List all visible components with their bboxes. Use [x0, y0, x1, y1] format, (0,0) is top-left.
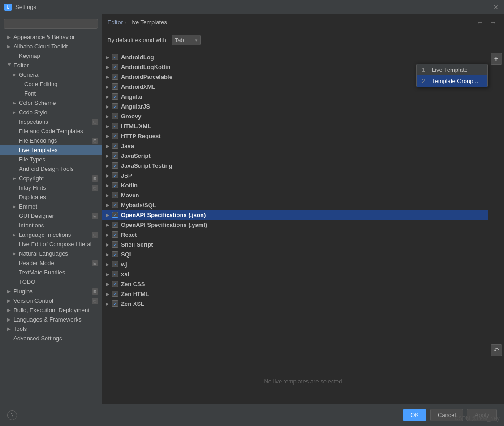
template-row[interactable]: ▶ ✓ AngularJS [102, 101, 488, 111]
sidebar-item-reader-mode[interactable]: Reader Mode ⊞ [0, 258, 102, 268]
sidebar-item-live-edit[interactable]: Live Edit of Compose Literal [0, 239, 102, 249]
row-checkbox[interactable]: ✓ [112, 113, 118, 119]
template-row-selected[interactable]: ▶ ✓ OpenAPI Specifications (.json) [102, 210, 488, 220]
sidebar-item-label: Emmet [19, 203, 98, 210]
template-row[interactable]: ▶ ✓ HTML/XML [102, 121, 488, 131]
template-detail: No live templates are selected [102, 359, 504, 404]
sidebar-item-appearance[interactable]: ▶ Appearance & Behavior [0, 32, 102, 42]
template-row[interactable]: ▶ ✓ wj [102, 259, 488, 269]
row-checkbox[interactable]: ✓ [112, 192, 118, 198]
sidebar-item-intentions[interactable]: Intentions [0, 221, 102, 230]
template-row[interactable]: ▶ ✓ AndroidLog [102, 52, 488, 62]
row-checkbox[interactable]: ✓ [112, 202, 118, 208]
row-checkbox[interactable]: ✓ [112, 241, 118, 248]
row-checkbox[interactable]: ✓ [112, 261, 118, 267]
row-checkbox[interactable]: ✓ [112, 172, 118, 178]
revert-button[interactable]: ↶ [491, 344, 502, 356]
sidebar-item-file-code-templates[interactable]: File and Code Templates [0, 126, 102, 136]
add-button[interactable]: + [491, 53, 502, 65]
sidebar-item-copyright[interactable]: ▶ Copyright ⊞ [0, 174, 102, 183]
close-button[interactable]: ✕ [492, 4, 500, 11]
sidebar-item-emmet[interactable]: ▶ Emmet [0, 202, 102, 211]
row-name: Kotlin [121, 182, 138, 189]
sidebar-item-keymap[interactable]: Keymap [0, 51, 102, 61]
breadcrumb-bar: Editor › Live Templates ← → [102, 14, 504, 30]
row-checkbox[interactable]: ✓ [112, 83, 118, 90]
template-row[interactable]: ▶ ✓ HTTP Request [102, 131, 488, 141]
dropdown-item-live-template[interactable]: 1 Live Template [417, 64, 487, 75]
arrow-icon: ▶ [7, 308, 12, 313]
sidebar-item-android-design-tools[interactable]: Android Design Tools [0, 164, 102, 174]
ok-button[interactable]: OK [403, 409, 426, 421]
row-checkbox[interactable]: ✓ [112, 133, 118, 139]
row-checkbox[interactable]: ✓ [112, 162, 118, 169]
row-checkbox[interactable]: ✓ [112, 212, 118, 218]
sidebar-item-plugins[interactable]: ▶ Plugins ⊞ [0, 287, 102, 296]
sidebar-item-duplicates[interactable]: Duplicates [0, 192, 102, 202]
nav-forward-button[interactable]: → [488, 17, 499, 27]
row-checkbox[interactable]: ✓ [112, 103, 118, 109]
sidebar-item-color-scheme[interactable]: ▶ Color Scheme [0, 98, 102, 108]
row-checkbox[interactable]: ✓ [112, 93, 118, 100]
sidebar-item-inspections[interactable]: Inspections ⊞ [0, 117, 102, 126]
row-checkbox[interactable]: ✓ [112, 182, 118, 188]
template-row[interactable]: ▶ ✓ SQL [102, 249, 488, 259]
template-row[interactable]: ▶ ✓ Zen XSL [102, 299, 488, 309]
row-checkbox[interactable]: ✓ [112, 281, 118, 287]
dropdown-item-template-group[interactable]: 2 Template Group... [417, 75, 487, 87]
template-row[interactable]: ▶ ✓ Zen CSS [102, 279, 488, 289]
row-checkbox[interactable]: ✓ [112, 123, 118, 129]
sidebar-item-code-style[interactable]: ▶ Code Style [0, 108, 102, 117]
sidebar-item-general[interactable]: ▶ General [0, 70, 102, 79]
sidebar-item-editor[interactable]: ▶ Editor [0, 61, 102, 70]
template-row[interactable]: ▶ ✓ JSP [102, 170, 488, 180]
template-row[interactable]: ▶ ✓ JavaScript [102, 151, 488, 161]
template-row[interactable]: ▶ ✓ JavaScript Testing [102, 161, 488, 170]
list-actions: + ↶ 1 Live Template 2 Template Group... [488, 50, 504, 359]
row-checkbox[interactable]: ✓ [112, 271, 118, 277]
sidebar-item-language-injections[interactable]: ▶ Language Injections ⊞ [0, 230, 102, 239]
sidebar-item-file-encodings[interactable]: File Encodings ⊞ [0, 136, 102, 145]
sidebar-item-build-exec[interactable]: ▶ Build, Execution, Deployment [0, 305, 102, 315]
template-row[interactable]: ▶ ✓ Kotlin [102, 180, 488, 190]
template-row[interactable]: ▶ ✓ Maven [102, 190, 488, 200]
template-row[interactable]: ▶ ✓ Mybatis/SQL [102, 200, 488, 210]
sidebar-item-natural-languages[interactable]: ▶ Natural Languages [0, 249, 102, 258]
sidebar-item-gui-designer[interactable]: GUI Designer ⊞ [0, 211, 102, 221]
row-checkbox[interactable]: ✓ [112, 231, 118, 238]
template-row[interactable]: ▶ ✓ Groovy [102, 111, 488, 121]
sidebar-item-todo[interactable]: TODO [0, 277, 102, 287]
sidebar-item-textmate[interactable]: TextMate Bundles [0, 268, 102, 277]
row-checkbox[interactable]: ✓ [112, 143, 118, 149]
row-checkbox[interactable]: ✓ [112, 152, 118, 159]
template-row[interactable]: ▶ ✓ xsl [102, 269, 488, 279]
sidebar-item-live-templates[interactable]: Live Templates [0, 145, 102, 155]
template-row[interactable]: ▶ ✓ Shell Script [102, 239, 488, 249]
template-row[interactable]: ▶ ✓ Java [102, 141, 488, 151]
help-button[interactable]: ? [7, 410, 17, 420]
row-checkbox[interactable]: ✓ [112, 54, 118, 60]
sidebar-item-tools[interactable]: ▶ Tools [0, 324, 102, 334]
nav-back-button[interactable]: ← [474, 17, 485, 27]
row-checkbox[interactable]: ✓ [112, 64, 118, 70]
template-row[interactable]: ▶ ✓ React [102, 230, 488, 239]
sidebar-item-font[interactable]: Font [0, 89, 102, 98]
sidebar-item-version-control[interactable]: ▶ Version Control ⊞ [0, 296, 102, 305]
sidebar-item-languages-frameworks[interactable]: ▶ Languages & Frameworks [0, 315, 102, 324]
row-checkbox[interactable]: ✓ [112, 300, 118, 307]
template-row[interactable]: ▶ ✓ Zen HTML [102, 289, 488, 299]
sidebar-item-alibaba[interactable]: ▶ Alibaba Cloud Toolkit [0, 42, 102, 51]
expand-select[interactable]: Tab Enter Space [172, 35, 201, 45]
window-title: Settings [15, 4, 492, 10]
sidebar-item-inlay-hints[interactable]: Inlay Hints ⊞ [0, 183, 102, 192]
search-input[interactable] [4, 19, 98, 29]
sidebar-item-code-editing[interactable]: Code Editing [0, 79, 102, 89]
sidebar-item-file-types[interactable]: File Types [0, 155, 102, 164]
template-row[interactable]: ▶ ✓ Angular [102, 91, 488, 101]
row-checkbox[interactable]: ✓ [112, 222, 118, 228]
row-checkbox[interactable]: ✓ [112, 74, 118, 80]
template-row[interactable]: ▶ ✓ OpenAPI Specifications (.yaml) [102, 220, 488, 230]
sidebar-item-advanced[interactable]: Advanced Settings [0, 334, 102, 343]
row-checkbox[interactable]: ✓ [112, 291, 118, 297]
row-checkbox[interactable]: ✓ [112, 251, 118, 257]
